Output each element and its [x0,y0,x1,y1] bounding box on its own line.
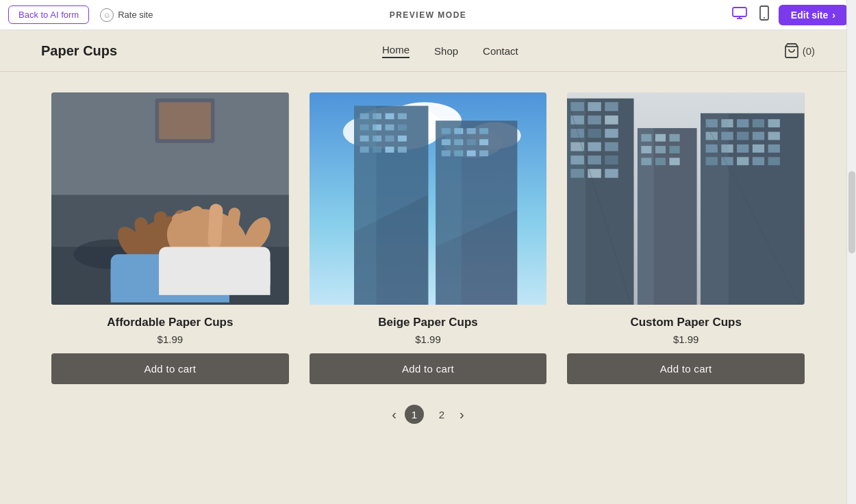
add-to-cart-button-2[interactable]: Add to cart [310,353,547,384]
nav-contact[interactable]: Contact [483,45,518,57]
svg-rect-29 [159,262,270,295]
svg-rect-100 [655,158,666,165]
svg-rect-25 [207,203,223,249]
rate-site-icon: ☺ [100,8,114,22]
cart-icon [783,42,800,59]
cart-count: (0) [803,45,815,57]
main-content: Affordable Paper Cups $1.99 Add to cart [0,72,856,504]
product-card-2: Beige Paper Cups $1.99 Add to cart [310,92,547,384]
product-image-1 [51,92,289,305]
svg-rect-24 [190,205,205,249]
svg-point-4 [764,17,765,18]
svg-rect-111 [737,132,748,140]
site-header: Paper Cups Home Shop Contact (0) [0,30,856,72]
svg-rect-118 [768,144,780,153]
site-nav: Home Shop Contact [382,44,518,58]
svg-rect-116 [737,144,748,153]
svg-rect-97 [655,146,666,153]
add-to-cart-button-1[interactable]: Add to cart [51,353,289,384]
product-card-3: Custom Paper Cups $1.99 Add to cart [567,92,805,384]
site-logo: Paper Cups [41,43,117,59]
pagination-prev-button[interactable]: ‹ [392,407,396,421]
svg-rect-112 [753,132,764,140]
svg-rect-102 [638,128,654,305]
topbar: Back to AI form ☺ Rate site PREVIEW MODE… [0,0,856,30]
product-price-3: $1.99 [673,333,699,345]
svg-rect-106 [737,119,748,127]
back-to-ai-form-button[interactable]: Back to AI form [8,5,89,24]
svg-rect-122 [753,157,764,165]
add-to-cart-button-3[interactable]: Add to cart [567,353,805,384]
svg-rect-80 [588,129,601,138]
svg-rect-98 [670,146,680,153]
pagination-page-1-button[interactable]: 1 [405,405,424,424]
svg-rect-78 [605,116,618,125]
cart-area[interactable]: (0) [783,42,815,59]
desktop-view-button[interactable] [729,4,750,25]
product-name-3: Custom Paper Cups [630,316,741,329]
svg-rect-86 [588,155,601,164]
mobile-icon [759,5,769,21]
product-image-2 [310,92,547,305]
pagination: ‹ 1 2 › [41,405,815,424]
svg-rect-117 [753,144,764,153]
product-name-2: Beige Paper Cups [378,316,478,329]
mobile-view-button[interactable] [757,3,772,27]
svg-rect-83 [588,142,601,151]
edit-site-label: Edit site [791,10,828,21]
svg-rect-108 [768,119,780,127]
svg-rect-124 [701,113,729,305]
product-price-2: $1.99 [415,333,441,345]
scrollbar[interactable] [846,0,856,504]
product-name-1: Affordable Paper Cups [107,316,233,329]
rate-site-button[interactable]: ☺ Rate site [100,8,153,22]
svg-rect-90 [605,169,618,178]
topbar-left: Back to AI form ☺ Rate site [8,5,153,24]
product-price-1: $1.99 [158,333,184,345]
edit-site-arrow-icon: › [832,10,835,21]
preview-mode-label: PREVIEW MODE [390,10,467,20]
svg-rect-94 [655,134,666,142]
nav-shop[interactable]: Shop [434,45,458,57]
svg-rect-0 [733,8,746,16]
svg-rect-84 [605,142,618,151]
svg-rect-87 [605,155,618,164]
svg-rect-123 [768,157,780,165]
topbar-right: Edit site › [729,3,848,27]
nav-home[interactable]: Home [382,44,410,58]
svg-rect-101 [670,158,680,165]
svg-rect-107 [753,119,764,127]
svg-rect-13 [159,102,211,139]
svg-rect-75 [605,102,618,111]
edit-site-button[interactable]: Edit site › [779,5,848,25]
svg-rect-77 [588,116,601,125]
product-image-3 [567,92,805,305]
svg-rect-121 [737,157,748,165]
product-card-1: Affordable Paper Cups $1.99 Add to cart [51,92,289,384]
svg-rect-89 [588,169,601,178]
pagination-next-button[interactable]: › [460,407,464,421]
product-grid: Affordable Paper Cups $1.99 Add to cart [51,92,805,384]
rate-site-label: Rate site [118,10,153,20]
svg-rect-95 [670,134,680,142]
pagination-page-2-button[interactable]: 2 [432,405,451,424]
scrollbar-thumb[interactable] [848,171,855,253]
svg-rect-81 [605,129,618,138]
svg-rect-113 [768,132,780,140]
desktop-icon [732,7,747,19]
svg-rect-74 [588,102,601,111]
